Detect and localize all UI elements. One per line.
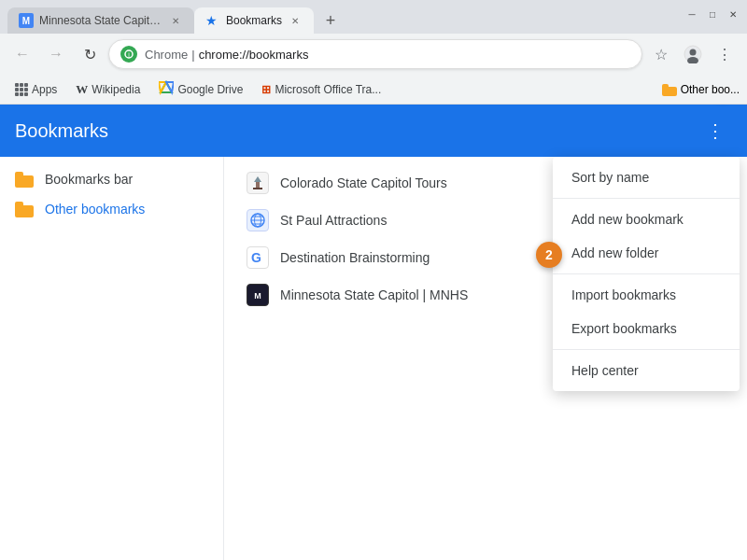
apps-label: Apps: [32, 83, 57, 96]
colorado-favicon: [247, 172, 269, 194]
title-bar: M Minnesota State Capitol | MNHS ✕ ★ Boo…: [0, 0, 747, 34]
menu-item-sort-by-name[interactable]: Sort by name: [553, 161, 740, 194]
other-bookmarks-folder-icon: [662, 84, 677, 95]
menu-item-import-bookmarks[interactable]: Import bookmarks: [553, 278, 740, 312]
ms-office-label: Microsoft Office Tra...: [275, 83, 381, 96]
tab2-favicon: ★: [205, 13, 220, 28]
refresh-button[interactable]: ↻: [75, 39, 105, 69]
address-bar[interactable]: i Chrome | chrome://bookmarks: [108, 39, 642, 69]
minimize-button[interactable]: ─: [685, 7, 698, 21]
mnhs-favicon: M: [247, 284, 269, 306]
menu-divider-2: [553, 273, 740, 274]
address-bar-right: ☆ ⋮: [646, 39, 740, 69]
context-menu: Sort by name Add new bookmark Add new fo…: [553, 157, 740, 391]
svg-text:G: G: [251, 250, 261, 265]
tab2-close[interactable]: ✕: [288, 13, 303, 28]
bookmarks-page-title: Bookmarks: [15, 120, 108, 142]
menu-divider-3: [553, 349, 740, 350]
other-bookmarks-sidebar-label: Other bookmarks: [45, 202, 145, 217]
chrome-menu-button[interactable]: ⋮: [710, 39, 740, 69]
annotation-2: 2: [536, 242, 562, 268]
bookmark-title-colorado: Colorado State Capitol Tours: [280, 175, 447, 190]
menu-item-add-folder[interactable]: Add new folder: [553, 236, 740, 270]
stpaul-favicon: [247, 209, 269, 231]
tab2-title: Bookmarks: [226, 14, 282, 27]
svg-text:M: M: [22, 16, 30, 26]
other-bookmarks-sidebar-folder-icon: [15, 202, 34, 217]
maximize-button[interactable]: □: [706, 7, 719, 21]
tab-mnhs[interactable]: M Minnesota State Capitol | MNHS ✕: [7, 7, 194, 34]
svg-point-5: [690, 49, 697, 56]
window-controls: ─ □ ✕: [685, 7, 740, 21]
apps-grid-icon: [15, 83, 28, 96]
bookmarks-bar: Apps W Wikipedia Google Drive ⊞ Microsof…: [0, 75, 747, 105]
svg-marker-11: [254, 176, 261, 182]
bookmark-title-stpaul: St Paul Attractions: [280, 213, 387, 228]
bookmark-star-button[interactable]: ☆: [646, 39, 676, 69]
security-icon: i: [120, 46, 137, 63]
bookmarks-sidebar: Bookmarks bar Other bookmarks: [0, 157, 224, 560]
menu-item-help-center[interactable]: Help center: [553, 354, 740, 387]
tab1-title: Minnesota State Capitol | MNHS: [39, 14, 162, 27]
ms-office-icon: ⊞: [261, 83, 271, 96]
tab-bookmarks[interactable]: ★ Bookmarks ✕: [194, 7, 314, 34]
address-separator: |: [191, 48, 194, 62]
bookmarks-bar-ms-office[interactable]: ⊞ Microsoft Office Tra...: [254, 78, 388, 101]
google-drive-icon: [159, 80, 174, 98]
destination-favicon: G: [247, 246, 269, 269]
bookmarks-bar-sidebar-label: Bookmarks bar: [45, 172, 133, 187]
account-button[interactable]: [678, 39, 708, 69]
bookmarks-bar-google-drive[interactable]: Google Drive: [151, 78, 250, 101]
wikipedia-label: Wikipedia: [92, 83, 140, 96]
bookmark-title-mnhs: Minnesota State Capitol | MNHS: [280, 287, 468, 302]
bookmarks-bar-folder-icon: [15, 172, 34, 187]
menu-item-export-bookmarks[interactable]: Export bookmarks: [553, 312, 740, 345]
svg-text:M: M: [254, 291, 261, 301]
forward-button[interactable]: →: [41, 39, 71, 69]
bookmarks-more-button[interactable]: ⋮: [698, 114, 732, 147]
svg-rect-12: [253, 188, 262, 189]
bookmarks-bar-wikipedia[interactable]: W Wikipedia: [68, 78, 148, 101]
address-text: Chrome | chrome://bookmarks: [145, 48, 308, 62]
tab1-close[interactable]: ✕: [168, 13, 183, 28]
chrome-label: Chrome: [145, 48, 188, 62]
menu-divider-1: [553, 198, 740, 199]
wikipedia-icon: W: [76, 82, 88, 97]
other-bookmarks-label: Other boo...: [681, 83, 740, 96]
add-folder-wrapper: Add new folder 2: [553, 236, 740, 270]
google-drive-label: Google Drive: [177, 83, 243, 96]
new-tab-button[interactable]: +: [317, 7, 344, 34]
sidebar-item-other-bookmarks[interactable]: Other bookmarks: [0, 194, 223, 224]
close-button[interactable]: ✕: [726, 7, 740, 21]
svg-marker-9: [166, 82, 174, 92]
more-button-wrapper: ⋮ 1: [698, 114, 732, 147]
back-button[interactable]: ←: [7, 39, 37, 69]
bookmark-title-destination: Destination Brainstorming: [280, 250, 430, 265]
bookmarks-page-header: Bookmarks ⋮ 1: [0, 105, 747, 157]
sidebar-item-bookmarks-bar[interactable]: Bookmarks bar: [0, 164, 223, 194]
tab1-favicon: M: [19, 13, 34, 28]
address-url: chrome://bookmarks: [199, 48, 309, 62]
main-content: Bookmarks ⋮ 1 Bookmarks bar Other bookma…: [0, 105, 747, 560]
svg-text:i: i: [128, 51, 130, 58]
other-bookmarks-bar-item[interactable]: Other boo...: [662, 83, 740, 96]
bookmarks-bar-apps[interactable]: Apps: [7, 78, 64, 101]
menu-item-add-bookmark[interactable]: Add new bookmark: [553, 203, 740, 236]
address-bar-row: ← → ↻ i Chrome | chrome://bookmarks ☆ ⋮: [0, 34, 747, 75]
svg-marker-8: [159, 82, 166, 92]
